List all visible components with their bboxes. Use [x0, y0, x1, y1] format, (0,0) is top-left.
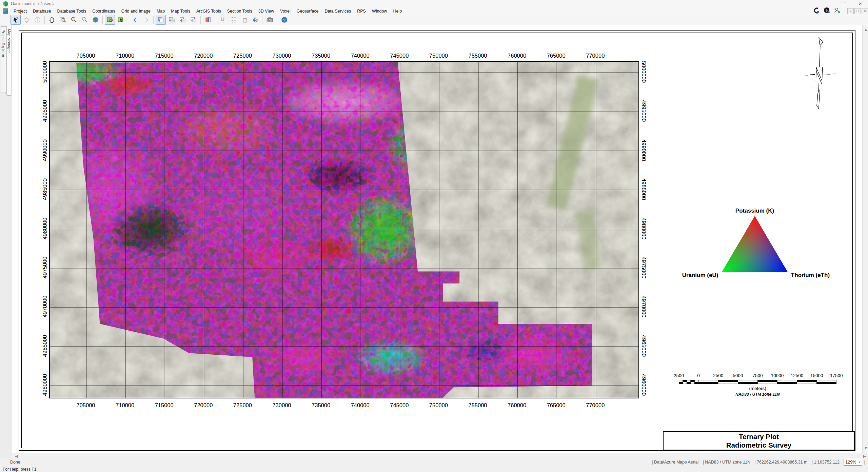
map-title-line1: Ternary Plot	[739, 432, 779, 441]
window-controls: – ❐ ✕	[821, 0, 868, 7]
next-map-view-icon[interactable]	[141, 15, 151, 25]
info-icon[interactable]: i	[32, 15, 42, 25]
menu-item-project[interactable]: Project	[11, 8, 30, 14]
ternary-label-thorium: Thorium (eTh)	[773, 272, 848, 279]
scale-bar-tick: 17500	[830, 373, 843, 378]
tile-vertical-icon[interactable]	[177, 15, 188, 25]
scale-bar-tick: 12500	[791, 373, 804, 378]
tick-label: 755000	[468, 53, 487, 59]
tick-label: 730000	[272, 402, 291, 409]
menu-right-icons: e	[813, 7, 843, 15]
mdi-restore-button[interactable]: ❐	[854, 8, 861, 14]
crosshair-icon[interactable]	[21, 15, 32, 25]
user-account-icon[interactable]	[834, 7, 841, 15]
tick-label: 4985000	[640, 178, 647, 200]
tick-label: 4995000	[640, 100, 647, 122]
tick-label: 750000	[429, 402, 448, 409]
coordinate-grid	[50, 62, 638, 398]
map-group-select-icon[interactable]	[11, 15, 21, 25]
cascade-windows-icon[interactable]	[156, 15, 166, 25]
map-title-line2: Radiometric Survey	[726, 441, 792, 449]
status-bar: Done | Data\Azure Maps Aerial | NAD83 / …	[0, 458, 868, 466]
status-message: Done	[10, 460, 20, 465]
tick-label: 715000	[155, 402, 174, 409]
horizontal-scrollbar[interactable]: ◀ ▶	[12, 453, 868, 459]
tick-label: 745000	[390, 53, 409, 59]
scale-bar-tick: 5000	[733, 373, 743, 378]
menu-item-grid-and-image[interactable]: Grid and Image	[118, 8, 154, 14]
tick-label: 735000	[312, 402, 330, 409]
tick-label: 760000	[508, 53, 526, 59]
settings-gear-icon[interactable]	[250, 15, 260, 25]
shadow-cursor-icon[interactable]	[116, 15, 126, 25]
tick-label: 4980000	[42, 217, 48, 239]
zoom-window-icon[interactable]	[58, 15, 68, 25]
tick-label: 715000	[155, 53, 174, 59]
scale-bar	[679, 380, 837, 385]
menu-item-help[interactable]: Help	[390, 8, 405, 14]
sidebar-tab-project-explorer[interactable]: Project Explorer	[1, 26, 6, 93]
status-field: | 762262.426,4983865.31 m	[754, 460, 809, 465]
tick-label: 4985000	[42, 178, 48, 200]
interactive-zoom-icon[interactable]	[79, 15, 90, 25]
sidebar-tab-map-manager[interactable]: Map Manager	[6, 26, 12, 96]
snap-to-grid-icon[interactable]	[217, 15, 228, 25]
svg-text:i: i	[37, 18, 38, 22]
scale-bar-tick: 2500	[713, 373, 723, 378]
menu-item-database[interactable]: Database	[30, 8, 54, 14]
menu-item-geosurface[interactable]: Geosurface	[294, 8, 322, 14]
tick-label: 750000	[429, 53, 448, 59]
scroll-left-icon[interactable]: ◀	[15, 454, 18, 459]
menu-item-map[interactable]: Map	[154, 8, 168, 14]
tick-label: 710000	[116, 53, 134, 59]
seeker-icon[interactable]	[813, 7, 820, 15]
scroll-up-icon[interactable]: ▲	[864, 27, 868, 32]
menu-item-database-tools[interactable]: Database Tools	[54, 8, 89, 14]
menu-item-arcgis-tools[interactable]: ArcGIS Tools	[193, 8, 224, 14]
tick-label: 720000	[194, 402, 213, 409]
screen-capture-icon[interactable]	[264, 15, 275, 25]
minimize-button[interactable]: –	[821, 0, 837, 7]
ternary-label-uranium: Uranium (eU)	[663, 272, 737, 279]
menu-item-voxel[interactable]: Voxel	[277, 8, 294, 14]
scroll-right-icon[interactable]: ▶	[863, 454, 866, 459]
close-button[interactable]: ✕	[852, 0, 868, 7]
evo-globe-icon[interactable]: e	[824, 7, 830, 15]
vertical-scrollbar[interactable]: ▲ ▼	[862, 25, 868, 453]
zoom-icon[interactable]	[68, 15, 79, 25]
menu-item-section-tools[interactable]: Section Tools	[224, 8, 255, 14]
menu-item-rps[interactable]: RPS	[354, 8, 369, 14]
menu-item-map-tools[interactable]: Map Tools	[168, 8, 193, 14]
tick-label: 4965000	[42, 335, 48, 357]
copy-grid-icon[interactable]	[239, 15, 249, 25]
tick-label: 4975000	[640, 257, 647, 278]
help-icon[interactable]: ?	[279, 15, 289, 25]
menu-item-window[interactable]: Window	[369, 8, 390, 14]
menu-item-3d-view[interactable]: 3D View	[255, 8, 277, 14]
tick-label: 5000000	[42, 61, 48, 83]
toolbar-separator	[44, 16, 45, 24]
app-logo-icon	[3, 1, 8, 6]
dot-grid-icon[interactable]	[228, 15, 238, 25]
menu-item-coordinates[interactable]: Coordinates	[89, 8, 118, 14]
redraw-map-icon[interactable]	[105, 15, 115, 25]
full-map-extent-icon[interactable]	[90, 15, 100, 25]
menu-item-data-services[interactable]: Data Services	[321, 8, 354, 14]
mdi-minimize-button[interactable]: –	[847, 8, 854, 14]
mdi-close-button[interactable]: ✕	[862, 8, 868, 14]
tick-label: 765000	[547, 53, 566, 59]
tick-label: 705000	[76, 53, 95, 59]
map-frame[interactable]	[49, 61, 639, 398]
zoom-level-select[interactable]: 129% ▾	[844, 459, 862, 466]
tile-windows-icon[interactable]	[166, 15, 177, 25]
color-symbols-icon[interactable]	[203, 15, 213, 25]
map-document-window[interactable]: 7050007100007150007200007250007300007350…	[12, 25, 862, 453]
tick-label: 4990000	[640, 139, 647, 161]
title-bar: Oasis montaj - c:\users\ – ❐ ✕	[0, 0, 868, 8]
arrange-windows-icon[interactable]	[188, 15, 198, 25]
previous-map-view-icon[interactable]	[130, 15, 140, 25]
scroll-down-icon[interactable]: ▼	[864, 446, 868, 451]
pan-icon[interactable]	[47, 15, 57, 25]
tick-label: 4990000	[42, 139, 48, 161]
restore-button[interactable]: ❐	[837, 0, 852, 7]
